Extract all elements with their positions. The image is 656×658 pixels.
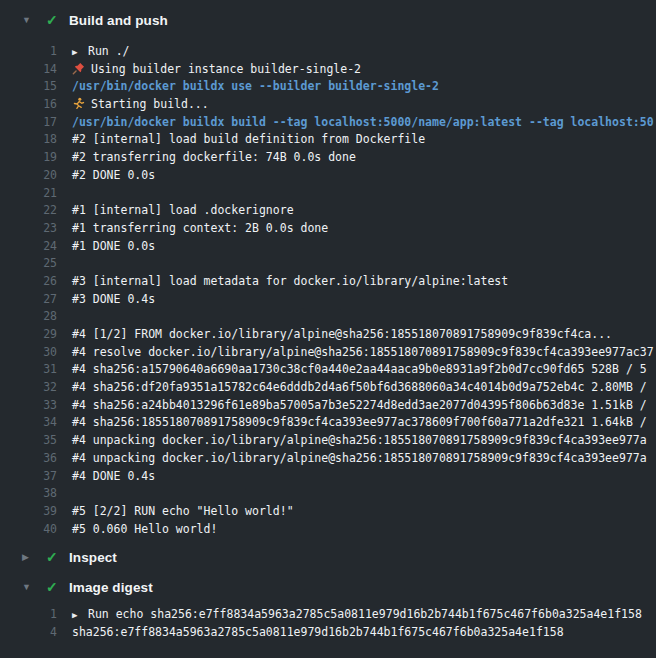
line-number: 18 [0,131,57,149]
log-line: 17/usr/bin/docker buildx build --tag loc… [0,114,656,132]
line-text [57,485,72,503]
line-number: 22 [0,202,57,220]
line-number: 30 [0,344,57,362]
line-number: 4 [0,624,57,642]
section-title: Build and push [69,13,168,28]
log-line: 21 [0,185,656,203]
line-text: #2 [internal] load build definition from… [57,131,425,149]
line-text-content: Run echo sha256:e7ff8834a5963a2785c5a081… [88,607,642,621]
line-text: /usr/bin/docker buildx use --builder bui… [57,78,439,96]
line-text-content: #4 unpacking docker.io/library/alpine@sh… [72,451,647,465]
line-number: 21 [0,185,57,203]
section-header-inspect[interactable]: ▶✓Inspect [0,546,656,568]
line-text-content: #3 DONE 0.4s [72,292,155,306]
log-line: 18#2 [internal] load build definition fr… [0,131,656,149]
line-text: #4 sha256:df20fa9351a15782c64e6dddb2d4a6… [57,379,647,397]
line-number: 34 [0,414,57,432]
line-text-content: #1 transferring context: 2B 0.0s done [72,221,328,235]
chevron-down-icon: ▼ [22,16,32,25]
log-line: 31#4 sha256:a15790640a6690aa1730c38cf0a4… [0,361,656,379]
line-text-content: Run ./ [88,44,130,58]
expander-triangle-icon: ▶ [72,607,88,624]
runner-icon [72,97,85,110]
line-text: ▶Run echo sha256:e7ff8834a5963a2785c5a08… [57,606,642,624]
line-text: ▶Run ./ [57,43,130,61]
section-header-image-digest[interactable]: ▼✓Image digest [0,576,656,598]
line-text: #4 DONE 0.4s [57,468,155,486]
check-icon: ✓ [46,550,59,564]
line-text: #3 DONE 0.4s [57,291,155,309]
log-group-line[interactable]: 1▶Run echo sha256:e7ff8834a5963a2785c5a0… [0,606,656,624]
line-text: Starting build... [57,96,209,114]
line-number: 39 [0,503,57,521]
workflow-log-panel: ▼✓Build and push1▶Run ./14 Using builder… [0,0,656,658]
section-header-build-and-push[interactable]: ▼✓Build and push [0,9,656,31]
line-number: 37 [0,468,57,486]
log-line: 22#1 [internal] load .dockerignore [0,202,656,220]
pushpin-icon [72,62,85,75]
line-number: 38 [0,485,57,503]
line-number: 25 [0,255,57,273]
line-number: 36 [0,450,57,468]
line-text: #5 [2/2] RUN echo "Hello world!" [57,503,294,521]
line-number: 19 [0,149,57,167]
log-group-line[interactable]: 1▶Run ./ [0,43,656,61]
log-line: 37#4 DONE 0.4s [0,468,656,486]
log-line: 25 [0,255,656,273]
line-text-content: #5 [2/2] RUN echo "Hello world!" [72,504,294,518]
line-number: 32 [0,379,57,397]
log-line: 40#5 0.060 Hello world! [0,521,656,539]
line-text [57,185,72,203]
line-number: 27 [0,291,57,309]
line-text-content: #1 DONE 0.0s [72,239,155,253]
log-lines-build-and-push: 1▶Run ./14 Using builder instance builde… [0,31,656,538]
log-line: 16 Starting build... [0,96,656,114]
line-text: #4 unpacking docker.io/library/alpine@sh… [57,432,647,450]
line-text-content: #4 unpacking docker.io/library/alpine@sh… [72,433,647,447]
line-text: #3 [internal] load metadata for docker.i… [57,273,508,291]
log-line: 29#4 [1/2] FROM docker.io/library/alpine… [0,326,656,344]
line-text-content: #3 [internal] load metadata for docker.i… [72,274,508,288]
line-text-content: #4 resolve docker.io/library/alpine@sha2… [72,345,654,359]
line-number: 23 [0,220,57,238]
log-line: 24#1 DONE 0.0s [0,238,656,256]
line-text-content: #5 0.060 Hello world! [72,522,217,536]
line-number: 31 [0,361,57,379]
line-text [57,255,72,273]
section-title: Inspect [69,550,117,565]
line-text: #1 [internal] load .dockerignore [57,202,294,220]
line-text: #4 unpacking docker.io/library/alpine@sh… [57,450,647,468]
line-text: #4 sha256:a15790640a6690aa1730c38cf0a440… [57,361,647,379]
chevron-down-icon: ▼ [22,583,32,592]
log-line: 20#2 DONE 0.0s [0,167,656,185]
line-text: /usr/bin/docker buildx build --tag local… [57,114,654,132]
log-line: 30#4 resolve docker.io/library/alpine@sh… [0,344,656,362]
line-text: #4 resolve docker.io/library/alpine@sha2… [57,344,654,362]
line-text-content: #1 [internal] load .dockerignore [72,203,294,217]
log-line: 34#4 sha256:185518070891758909c9f839cf4c… [0,414,656,432]
line-text: #5 0.060 Hello world! [57,521,217,539]
log-lines-image-digest: 1▶Run echo sha256:e7ff8834a5963a2785c5a0… [0,598,656,641]
line-number: 20 [0,167,57,185]
check-icon: ✓ [46,580,59,594]
chevron-right-icon: ▶ [22,553,32,562]
line-text: #1 transferring context: 2B 0.0s done [57,220,328,238]
line-text: #2 DONE 0.0s [57,167,155,185]
line-text: #4 [1/2] FROM docker.io/library/alpine@s… [57,326,612,344]
line-number: 28 [0,308,57,326]
line-text-content: #4 sha256:185518070891758909c9f839cf4ca3… [72,415,647,429]
log-line: 33#4 sha256:a24bb4013296f61e89ba57005a7b… [0,397,656,415]
log-line: 14 Using builder instance builder-single… [0,61,656,79]
line-text-content: #4 DONE 0.4s [72,469,155,483]
log-line: 23#1 transferring context: 2B 0.0s done [0,220,656,238]
log-line: 27#3 DONE 0.4s [0,291,656,309]
log-line: 38 [0,485,656,503]
line-text: #2 transferring dockerfile: 74B 0.0s don… [57,149,356,167]
line-number: 15 [0,78,57,96]
line-text-content: #4 sha256:a15790640a6690aa1730c38cf0a440… [72,362,647,376]
line-text-content: #2 transferring dockerfile: 74B 0.0s don… [72,150,356,164]
line-number: 35 [0,432,57,450]
line-text-content: #4 sha256:a24bb4013296f61e89ba57005a7b3e… [72,398,647,412]
log-line: 26#3 [internal] load metadata for docker… [0,273,656,291]
line-number: 26 [0,273,57,291]
